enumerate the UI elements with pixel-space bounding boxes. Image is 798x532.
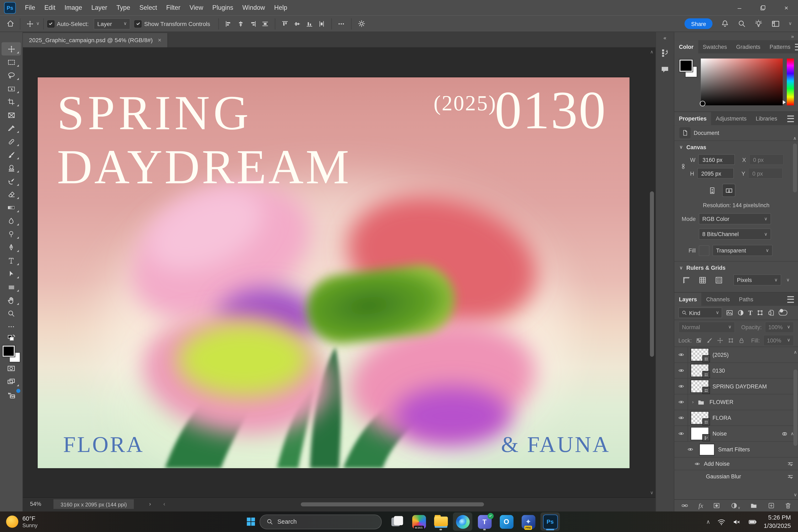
filter-blending-options-icon[interactable] xyxy=(787,460,794,467)
menu-select[interactable]: Select xyxy=(135,4,162,11)
add-layer-mask-icon[interactable] xyxy=(712,502,721,510)
properties-panel-menu-icon[interactable] xyxy=(787,115,798,122)
status-bar-options-chevron-icon[interactable]: › xyxy=(149,501,151,507)
layer-thumbnail[interactable] xyxy=(691,364,708,377)
workspace-chevron-icon[interactable]: ∨ xyxy=(788,21,792,26)
taskbar-copilot-m365-icon[interactable]: M365 xyxy=(409,513,429,531)
wifi-icon[interactable] xyxy=(717,517,726,526)
fill-dropdown[interactable]: Transparent ∨ xyxy=(712,245,773,256)
group-expand-chevron-icon[interactable]: › xyxy=(692,400,694,404)
lock-image-pixels-icon[interactable] xyxy=(706,337,713,344)
layer-name[interactable]: Noise xyxy=(712,431,727,437)
menu-type[interactable]: Type xyxy=(112,4,135,11)
filter-kind-dropdown[interactable]: Kind ∨ xyxy=(678,307,722,318)
rectangular-marquee-tool[interactable] xyxy=(1,56,21,69)
tab-layers[interactable]: Layers xyxy=(674,292,702,306)
y-input[interactable]: 0 px xyxy=(748,168,783,178)
align-right-button[interactable] xyxy=(247,17,259,30)
layer-name[interactable]: 0130 xyxy=(712,367,725,374)
layer-thumbnail[interactable] xyxy=(691,412,708,424)
lock-position-icon[interactable] xyxy=(717,337,724,344)
layer-visibility-eye-icon[interactable] xyxy=(674,426,688,441)
delete-layer-trash-icon[interactable] xyxy=(784,502,792,510)
distribute-vertical-button[interactable] xyxy=(316,17,328,30)
discover-lightbulb-icon[interactable] xyxy=(754,19,763,28)
link-layers-icon[interactable] xyxy=(680,502,689,510)
toggle-rulers-button[interactable] xyxy=(679,274,692,286)
auto-select-target-dropdown[interactable]: Layer ∨ xyxy=(94,18,130,29)
type-tool[interactable] xyxy=(1,254,21,267)
toggle-grid-button[interactable] xyxy=(696,274,709,286)
layers-scrollbar[interactable] xyxy=(794,369,798,446)
canvas-pasteboard[interactable]: SPRING DAYDREAM (2025) 0130 FLORA & FAUN… xyxy=(23,48,656,497)
brush-tool[interactable] xyxy=(1,148,21,162)
align-bottom-button[interactable] xyxy=(303,17,316,30)
zoom-level-field[interactable]: 54% xyxy=(30,501,41,507)
menu-filter[interactable]: Filter xyxy=(162,4,185,11)
menu-image[interactable]: Image xyxy=(60,4,87,11)
menu-help[interactable]: Help xyxy=(269,4,292,11)
screen-mode-button[interactable] xyxy=(1,375,21,388)
hue-slider-pointer-icon[interactable] xyxy=(783,100,786,104)
menu-file[interactable]: File xyxy=(20,4,40,11)
bit-depth-dropdown[interactable]: 8 Bits/Channel ∨ xyxy=(699,229,771,240)
blur-tool[interactable] xyxy=(1,214,21,228)
edit-toolbar-ellipsis-icon[interactable] xyxy=(1,320,21,333)
color-panel-menu-icon[interactable] xyxy=(795,43,798,50)
canvas-vertical-scrollbar[interactable] xyxy=(650,191,654,357)
color-mode-dropdown[interactable]: RGB Color ∨ xyxy=(699,213,771,225)
menu-edit[interactable]: Edit xyxy=(40,4,60,11)
layers-scroll-up-icon[interactable]: ∧ xyxy=(794,350,797,355)
opacity-input[interactable]: 100% ∨ xyxy=(765,322,794,333)
taskbar-outlook-icon[interactable]: O xyxy=(497,513,516,531)
tab-libraries[interactable]: Libraries xyxy=(751,112,782,125)
width-input[interactable]: 3160 px xyxy=(699,154,735,165)
smart-filters-row[interactable]: Smart Filters xyxy=(674,442,798,458)
volume-muted-icon[interactable] xyxy=(732,517,741,526)
rulers-grids-section-header[interactable]: ∨ Rulers & Grids xyxy=(674,262,798,274)
minimize-button[interactable]: – xyxy=(728,0,751,15)
distribute-horizontal-button[interactable] xyxy=(259,17,271,30)
layer-row[interactable]: FLORA xyxy=(674,410,798,426)
collapse-panels-icon[interactable]: « xyxy=(664,35,666,41)
tab-adjustments[interactable]: Adjustments xyxy=(711,112,751,125)
layer-visibility-eye-icon[interactable] xyxy=(674,395,688,410)
workspace-switcher-icon[interactable] xyxy=(771,19,780,28)
filter-shape-layers-icon[interactable] xyxy=(756,309,764,317)
color-swatch-pair[interactable] xyxy=(678,59,697,80)
layer-thumbnail[interactable] xyxy=(691,349,708,361)
saturation-brightness-field[interactable] xyxy=(701,59,783,106)
layer-visibility-eye-icon[interactable] xyxy=(674,363,688,378)
layer-fill-input[interactable]: 100% ∨ xyxy=(763,335,794,346)
smart-filter-indicator-icon[interactable] xyxy=(781,430,788,437)
start-button[interactable] xyxy=(244,516,257,528)
new-adjustment-layer-icon[interactable]: ∨ xyxy=(730,502,740,510)
color-field-selector[interactable] xyxy=(700,101,705,107)
align-horizontal-centers-button[interactable] xyxy=(235,17,247,30)
taskbar-photoshop-icon[interactable]: Ps xyxy=(540,513,560,531)
x-input[interactable]: 0 px xyxy=(749,154,784,165)
spot-healing-brush-tool[interactable] xyxy=(1,135,21,148)
layer-name[interactable]: SPRING DAYDREAM xyxy=(712,383,767,389)
crop-tool[interactable] xyxy=(1,95,21,109)
tab-patterns[interactable]: Patterns xyxy=(765,40,795,53)
expand-dock-icon[interactable]: » xyxy=(791,33,794,39)
comments-icon[interactable] xyxy=(660,64,670,74)
blend-mode-dropdown[interactable]: Normal ∨ xyxy=(678,322,735,333)
orientation-landscape-button[interactable] xyxy=(722,184,736,197)
tab-swatches[interactable]: Swatches xyxy=(698,40,732,53)
filter-pixel-layers-icon[interactable] xyxy=(726,309,734,317)
collapse-section-chevron-icon[interactable]: ∨ xyxy=(679,145,683,149)
menu-plugins[interactable]: Plugins xyxy=(208,4,238,11)
taskbar-file-explorer-icon[interactable] xyxy=(431,513,450,531)
align-top-button[interactable] xyxy=(279,17,291,30)
eyedropper-tool[interactable] xyxy=(1,121,21,135)
battery-icon[interactable] xyxy=(747,517,757,526)
tool-preset-chevron-icon[interactable]: ∨ xyxy=(36,21,39,26)
move-tool[interactable] xyxy=(1,42,21,56)
taskbar-edge-icon[interactable] xyxy=(453,513,472,531)
foreground-background-colors[interactable] xyxy=(2,346,20,362)
eraser-tool[interactable] xyxy=(1,188,21,201)
layer-thumbnail[interactable] xyxy=(691,380,708,392)
smart-filters-eye-icon[interactable] xyxy=(684,442,697,457)
